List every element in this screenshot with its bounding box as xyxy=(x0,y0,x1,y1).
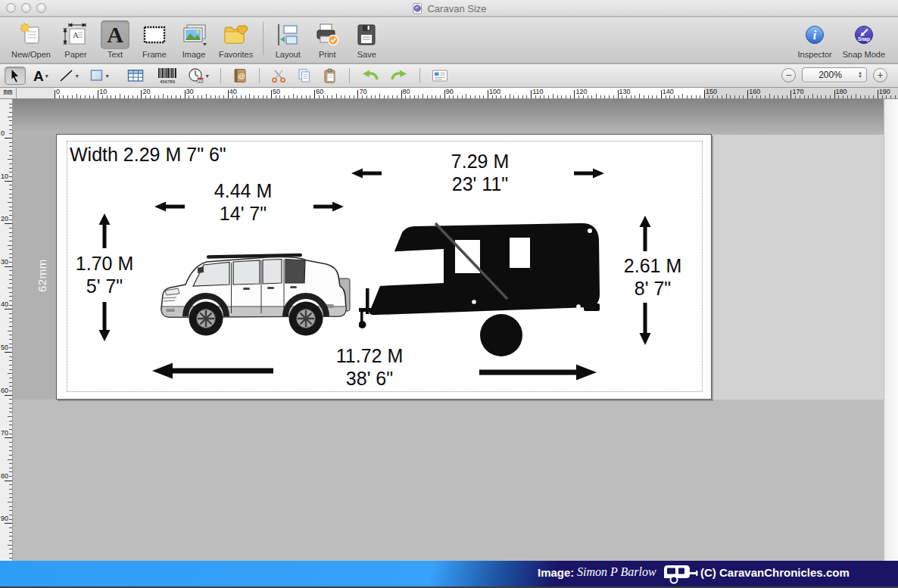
zoom-level-select[interactable]: 200% ▲▼ xyxy=(802,67,867,82)
arrow-down-icon xyxy=(639,303,651,345)
caravan-logo-icon xyxy=(663,563,698,584)
tool-strip: A ▾ ▾ ▾ xyxy=(0,64,898,88)
zoom-out-button[interactable]: − xyxy=(781,68,796,82)
text-button[interactable]: A Text xyxy=(95,19,135,61)
inspector-button[interactable]: i Inspector xyxy=(792,19,837,61)
caravan-height-label: 2.61 M 8' 7" xyxy=(615,254,691,300)
shape-tool[interactable]: ▾ xyxy=(86,67,112,85)
new-open-button[interactable]: New/Open xyxy=(6,19,56,61)
cut-button[interactable] xyxy=(268,67,289,85)
toolbar-separator xyxy=(263,22,263,55)
svg-text:15: 15 xyxy=(198,79,203,83)
window-title: Caravan Size xyxy=(427,3,486,14)
frame-icon xyxy=(142,22,167,48)
pasteboard-right xyxy=(712,135,884,400)
save-button[interactable]: Save xyxy=(347,19,386,61)
copyright-text: (C) CaravanChronicles.com xyxy=(700,566,850,579)
toolstrip-separator xyxy=(259,68,260,83)
vertical-scrollbar[interactable] xyxy=(884,99,898,561)
text-icon: A xyxy=(101,20,129,49)
table-icon xyxy=(127,68,144,83)
caravan-length-label: 7.29 M 23' 11" xyxy=(431,150,529,195)
select-tool[interactable] xyxy=(5,67,26,85)
image-button[interactable]: Image xyxy=(174,19,214,61)
paper-button[interactable]: A Paper xyxy=(56,19,95,61)
chevron-down-icon: ▾ xyxy=(206,73,209,79)
document-canvas[interactable]: Width 2.29 M 7" 6" 4.44 M 14' 7" 7.29 M … xyxy=(13,99,884,588)
undo-icon xyxy=(361,68,379,83)
line-tool[interactable]: ▾ xyxy=(56,67,82,85)
text-tool[interactable]: A ▾ xyxy=(30,67,51,85)
copy-button[interactable] xyxy=(294,67,315,85)
car-height-label: 1.70 M 5' 7" xyxy=(67,252,142,297)
svg-text:@: @ xyxy=(238,72,245,80)
svg-text:A: A xyxy=(73,30,79,39)
datetime-tool[interactable]: 15 ▾ xyxy=(185,67,212,85)
table-tool[interactable] xyxy=(124,67,147,85)
favorites-button[interactable]: Favorites xyxy=(214,19,258,61)
width-dimension-label: Width 2.29 M 7" 6" xyxy=(70,143,226,166)
svg-text:Snap: Snap xyxy=(858,36,870,42)
image-credit-label: Image: xyxy=(538,566,574,579)
line-icon xyxy=(59,68,74,83)
image-icon xyxy=(179,22,208,48)
paste-icon xyxy=(323,68,338,83)
save-icon xyxy=(354,22,379,48)
undo-button[interactable] xyxy=(358,67,382,85)
arrow-up-icon xyxy=(639,216,651,251)
toolstrip-separator xyxy=(220,68,221,83)
arrow-right-icon xyxy=(574,167,604,179)
barcode-tool[interactable]: 456789 xyxy=(154,67,180,85)
caravan-image xyxy=(359,219,610,359)
document-icon xyxy=(411,2,423,15)
image-credit-name: Simon P Barlow xyxy=(577,565,656,579)
redo-icon xyxy=(390,68,408,83)
snap-mode-button[interactable]: Snap Snap Mode xyxy=(837,19,890,61)
zoom-level-value: 200% xyxy=(803,70,858,80)
arrow-down-icon xyxy=(98,302,111,341)
barcode-icon: 456789 xyxy=(157,67,177,84)
address-book-icon: @ xyxy=(232,68,248,83)
frame-button[interactable]: Frame xyxy=(135,19,174,61)
svg-text:456789: 456789 xyxy=(160,79,176,84)
contacts-tool[interactable]: @ xyxy=(229,67,251,85)
ruler-unit-label: mm xyxy=(0,88,17,99)
arrow-up-icon xyxy=(98,213,111,248)
paragraph-style-icon xyxy=(432,68,448,83)
arrow-right-long-icon xyxy=(479,363,597,381)
main-toolbar: New/Open A Paper A xyxy=(0,17,898,64)
layout-button[interactable]: Layout xyxy=(268,19,307,61)
copy-icon xyxy=(297,68,312,83)
redo-button[interactable] xyxy=(387,67,411,85)
arrow-left-icon xyxy=(351,167,382,179)
pasteboard-shadow xyxy=(13,99,884,135)
toolstrip-separator xyxy=(349,68,350,83)
chevron-down-icon: ▾ xyxy=(76,73,79,79)
print-button[interactable]: Print xyxy=(307,19,347,61)
clock-icon: 15 xyxy=(188,67,204,84)
vertical-ruler: 0102030405060708090 xyxy=(0,99,13,588)
favorites-folder-icon xyxy=(222,22,251,48)
arrow-right-icon xyxy=(313,201,344,213)
cursor-icon xyxy=(8,68,22,83)
snap-mode-icon: Snap xyxy=(853,24,875,45)
pasteboard-left xyxy=(13,135,56,400)
inspector-info-icon: i xyxy=(804,24,825,45)
title-bar: Caravan Size xyxy=(0,0,898,17)
svg-text:i: i xyxy=(813,29,817,42)
car-length-label: 4.44 M 14' 7" xyxy=(194,179,292,225)
horizontal-ruler: 0102030405060708090100110120130140150160… xyxy=(17,88,898,99)
text-style-button[interactable] xyxy=(429,67,451,85)
toolstrip-separator xyxy=(419,68,420,83)
chevron-down-icon: ▾ xyxy=(106,73,109,79)
paste-button[interactable] xyxy=(320,67,341,85)
zoom-in-button[interactable]: + xyxy=(873,68,887,82)
stepper-arrows-icon: ▲▼ xyxy=(858,71,866,79)
new-document-icon xyxy=(18,22,44,48)
arrow-left-long-icon xyxy=(152,362,273,380)
ruler-position-indicator: 62mm xyxy=(36,259,48,292)
tow-car-image xyxy=(155,241,354,339)
scissors-icon xyxy=(271,68,286,83)
document-page[interactable]: Width 2.29 M 7" 6" 4.44 M 14' 7" 7.29 M … xyxy=(56,134,712,400)
text-tool-icon: A xyxy=(33,69,44,83)
